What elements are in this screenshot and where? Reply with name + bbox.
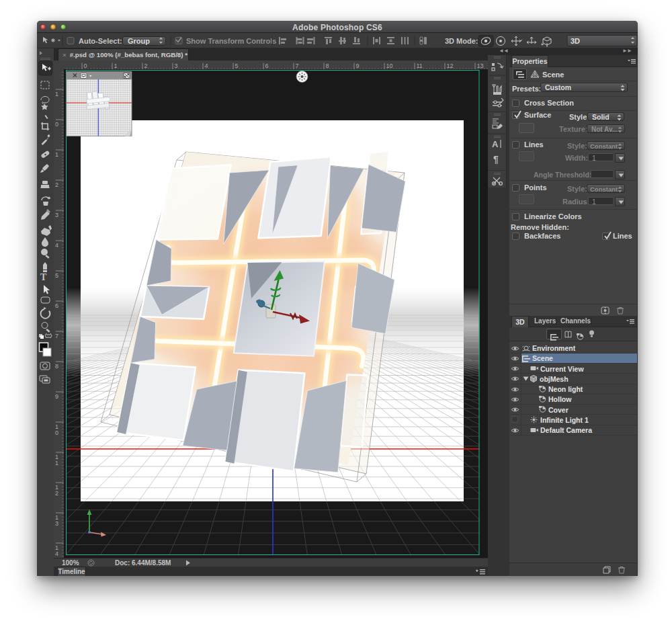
svg-text:Show Transform Controls: Show Transform Controls: [186, 37, 276, 45]
svg-text:10: 10: [386, 63, 393, 69]
svg-text:3: 3: [175, 63, 178, 69]
svg-text:0: 0: [84, 63, 87, 69]
svg-text:6: 6: [55, 302, 58, 309]
svg-text:3D Mode:: 3D Mode:: [445, 37, 478, 45]
svg-text:0: 0: [55, 429, 58, 436]
svg-text:0: 0: [55, 121, 58, 128]
svg-text:9: 9: [55, 393, 58, 400]
svg-text:8: 8: [55, 363, 58, 370]
svg-text:4: 4: [205, 63, 208, 69]
svg-text:2: 2: [144, 63, 148, 69]
svg-text:1: 1: [114, 63, 118, 69]
svg-text:¶: ¶: [493, 154, 499, 165]
svg-text:4: 4: [55, 550, 58, 557]
svg-text:1: 1: [55, 151, 58, 158]
svg-text:13: 13: [477, 63, 484, 69]
svg-text:1: 1: [55, 460, 58, 466]
svg-text:9: 9: [356, 63, 360, 69]
svg-text:5: 5: [55, 272, 58, 279]
svg-text:1: 1: [55, 91, 58, 97]
svg-text:6: 6: [265, 63, 269, 69]
svg-text:8: 8: [326, 63, 329, 69]
svg-text:T: T: [40, 272, 47, 282]
svg-text:3: 3: [55, 520, 58, 527]
svg-text:A: A: [492, 139, 499, 149]
svg-text:5: 5: [235, 63, 239, 69]
svg-text:12: 12: [447, 63, 454, 69]
svg-text:3: 3: [55, 212, 58, 218]
svg-text:2: 2: [55, 490, 58, 497]
svg-text:2: 2: [55, 181, 58, 188]
svg-text:4: 4: [55, 242, 58, 249]
svg-text:3D: 3D: [571, 37, 580, 45]
svg-text:Auto-Select:: Auto-Select:: [79, 37, 122, 45]
svg-text:11: 11: [417, 63, 423, 69]
svg-text:Group: Group: [128, 37, 150, 45]
svg-text:7: 7: [55, 333, 58, 339]
svg-text:7: 7: [296, 63, 299, 69]
